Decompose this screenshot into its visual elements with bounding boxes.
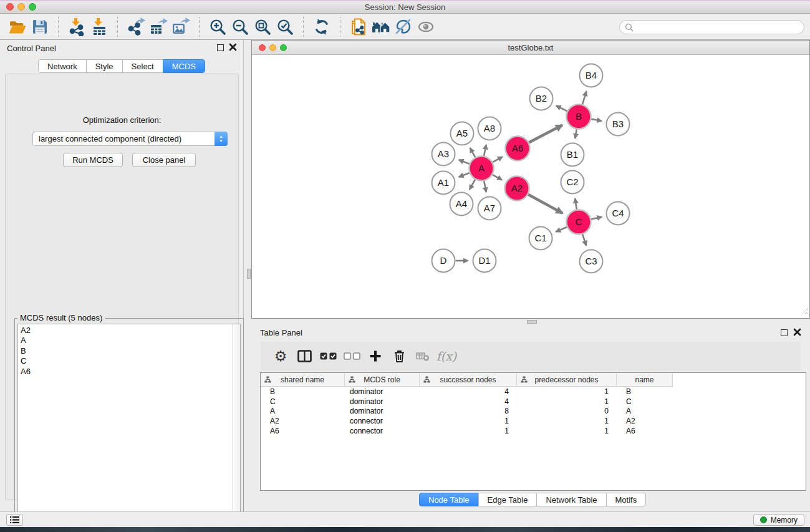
node-A1[interactable]: A1 — [432, 172, 455, 195]
close-panel-icon[interactable] — [229, 43, 237, 51]
edge-C-C1[interactable] — [556, 227, 567, 232]
table-tab-edge-table[interactable]: Edge Table — [478, 493, 538, 506]
edge-B-B2[interactable] — [556, 106, 567, 112]
table-row[interactable]: Bdominator41B — [261, 387, 806, 397]
mcds-result-list[interactable]: A2ABCA6 — [17, 324, 241, 526]
run-mcds-button[interactable]: Run MCDS — [63, 153, 123, 167]
table-row[interactable]: A2connector11A2 — [261, 416, 806, 426]
node-A4[interactable]: A4 — [450, 193, 473, 216]
edge-C-C2[interactable] — [575, 198, 577, 210]
edge-A-A5[interactable] — [470, 148, 475, 157]
vertical-split-handle[interactable] — [247, 269, 251, 279]
float-panel-icon[interactable] — [217, 44, 224, 51]
deselect-all-checkboxes-icon[interactable] — [340, 345, 364, 367]
zoom-fit-icon[interactable] — [251, 16, 274, 37]
edge-B-B1[interactable] — [575, 129, 576, 138]
edge-A-A3[interactable] — [459, 160, 470, 163]
edge-A-A1[interactable] — [459, 173, 470, 177]
export-image-icon[interactable] — [170, 16, 192, 37]
edge-C-C4[interactable] — [591, 217, 602, 220]
table-tab-motifs[interactable]: Motifs — [606, 493, 647, 506]
node-B3[interactable]: B3 — [607, 113, 630, 136]
edge-B-B4[interactable] — [582, 91, 586, 104]
zoom-out-icon[interactable] — [229, 16, 251, 37]
node-table[interactable]: shared nameMCDS rolesuccessor nodesprede… — [260, 372, 806, 491]
node-D[interactable]: D — [432, 249, 455, 273]
node-B4[interactable]: B4 — [580, 64, 603, 87]
memory-button[interactable]: Memory — [753, 514, 804, 526]
function-builder-icon[interactable]: f(x) — [435, 345, 458, 367]
table-row[interactable]: Adominator80A — [261, 407, 806, 417]
edge-A-A8[interactable] — [484, 145, 486, 156]
import-table-icon[interactable] — [88, 16, 110, 37]
node-A[interactable]: A — [470, 157, 494, 181]
table-tab-node-table[interactable]: Node Table — [419, 493, 479, 506]
tab-style[interactable]: Style — [86, 59, 123, 73]
task-history-button[interactable] — [6, 514, 23, 526]
export-network-icon[interactable] — [125, 16, 147, 37]
refresh-icon[interactable] — [311, 16, 333, 37]
delete-table-icon[interactable] — [411, 345, 435, 367]
search-input[interactable] — [637, 22, 799, 32]
node-C[interactable]: C — [567, 210, 591, 235]
mcds-result-item[interactable]: A — [18, 336, 240, 346]
node-C2[interactable]: C2 — [561, 171, 584, 194]
column-header-predecessor-nodes[interactable]: predecessor nodes — [517, 373, 617, 387]
table-row[interactable]: A6connector11A6 — [261, 426, 806, 436]
import-network-icon[interactable] — [65, 16, 88, 37]
edge-C-C3[interactable] — [582, 235, 586, 246]
tab-mcds[interactable]: MCDS — [163, 59, 205, 73]
node-C4[interactable]: C4 — [607, 202, 630, 225]
node-D1[interactable]: D1 — [473, 249, 496, 273]
node-A2[interactable]: A2 — [505, 177, 529, 201]
mcds-result-item[interactable]: C — [18, 356, 240, 366]
tab-select[interactable]: Select — [122, 59, 163, 73]
edge-A-A4[interactable] — [470, 180, 475, 190]
edge-A-A2[interactable] — [493, 175, 502, 180]
edge-B-B3[interactable] — [591, 119, 602, 121]
criterion-dropdown[interactable]: largest connected component (directed) ▲… — [32, 132, 228, 146]
zoom-selected-icon[interactable] — [274, 16, 296, 37]
column-header-shared-name[interactable]: shared name — [261, 373, 345, 387]
scrollbar-track[interactable] — [232, 324, 240, 525]
column-header-name[interactable]: name — [617, 373, 673, 387]
column-header-mcds-role[interactable]: MCDS role — [345, 373, 420, 387]
save-session-icon[interactable] — [29, 16, 51, 37]
open-session-icon[interactable] — [6, 16, 29, 37]
node-A5[interactable]: A5 — [451, 122, 474, 145]
node-C3[interactable]: C3 — [580, 250, 603, 273]
window-resize-grip[interactable] — [800, 306, 809, 317]
node-C1[interactable]: C1 — [529, 227, 552, 250]
zoom-in-icon[interactable] — [206, 16, 229, 37]
table-row[interactable]: Cdominator41C — [261, 397, 806, 407]
delete-row-icon[interactable] — [387, 345, 411, 367]
mcds-result-item[interactable]: A6 — [18, 367, 240, 377]
node-A8[interactable]: A8 — [478, 117, 501, 140]
node-A6[interactable]: A6 — [506, 137, 530, 161]
export-table-icon[interactable] — [147, 16, 170, 37]
node-B[interactable]: B — [567, 105, 591, 129]
tab-network[interactable]: Network — [38, 59, 87, 73]
gear-icon[interactable]: ⚙ — [269, 345, 292, 367]
node-B1[interactable]: B1 — [561, 143, 584, 167]
edge-A6-B[interactable] — [529, 125, 562, 143]
split-columns-icon[interactable] — [292, 345, 316, 367]
add-row-icon[interactable] — [364, 345, 387, 367]
float-panel-icon[interactable] — [781, 329, 788, 336]
node-B2[interactable]: B2 — [530, 87, 553, 110]
select-all-checkboxes-icon[interactable] — [316, 345, 340, 367]
home-view-icon[interactable] — [370, 16, 392, 37]
edge-A-A6[interactable] — [493, 157, 503, 162]
column-header-successor-nodes[interactable]: successor nodes — [420, 373, 517, 387]
table-tab-network-table[interactable]: Network Table — [536, 493, 606, 506]
horizontal-split-handle[interactable] — [527, 320, 537, 324]
node-A7[interactable]: A7 — [478, 197, 501, 220]
close-panel-button[interactable]: Close panel — [132, 153, 196, 167]
close-panel-icon[interactable] — [793, 328, 801, 336]
network-canvas[interactable]: B4B2BB3A8A5A6A3B1AC2A1A2A4A7C4CC1C3DD1 — [252, 55, 809, 318]
edge-A2-C[interactable] — [528, 195, 562, 213]
eye-icon[interactable] — [415, 16, 437, 37]
new-network-from-selection-icon[interactable] — [347, 16, 370, 37]
mcds-result-item[interactable]: A2 — [18, 324, 240, 336]
node-A3[interactable]: A3 — [432, 143, 455, 166]
